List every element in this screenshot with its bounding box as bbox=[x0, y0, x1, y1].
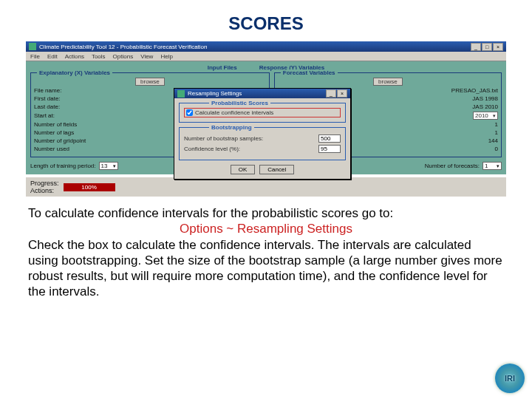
window-buttons: _ □ × bbox=[471, 43, 503, 51]
main-titlebar: Climate Predictability Tool 12 - Probabi… bbox=[26, 41, 506, 52]
tab-input-files[interactable]: Input Files bbox=[208, 64, 237, 71]
bootstrap-legend: Bootstrapping bbox=[209, 124, 254, 131]
forecast-panel-title: Forecast Variables bbox=[281, 69, 338, 76]
r-row2-val: JAS 2010 bbox=[472, 103, 498, 110]
r-start-dropdown[interactable]: 2010 bbox=[473, 112, 498, 120]
confidence-level-label: Confidence level (%): bbox=[184, 146, 318, 152]
num-forecasts-input[interactable]: 1 bbox=[482, 162, 502, 170]
calc-ci-label: Calculate confidence intervals bbox=[195, 109, 273, 116]
main-window-title: Climate Predictability Tool 12 - Probabi… bbox=[39, 44, 471, 50]
app-screenshot: Climate Predictability Tool 12 - Probabi… bbox=[26, 41, 506, 197]
caption-rest: Check the box to calculate the confidenc… bbox=[28, 238, 502, 299]
caption-text: To calculate confidence intervals for th… bbox=[28, 205, 504, 300]
resampling-settings-dialog: Resampling Settings _ × Probabilistic Sc… bbox=[174, 88, 351, 180]
slide-title: SCORES bbox=[0, 13, 532, 34]
actions-label: Actions: bbox=[30, 187, 59, 194]
dialog-title: Resampling Settings bbox=[188, 90, 326, 97]
dialog-titlebar: Resampling Settings _ × bbox=[174, 89, 350, 98]
menu-actions[interactable]: Actions bbox=[65, 53, 84, 60]
menubar: File Edit Actions Tools Options View Hel… bbox=[26, 52, 506, 61]
calc-ci-checkbox[interactable] bbox=[186, 109, 193, 116]
num-forecasts-label: Number of forecasts: bbox=[425, 163, 480, 169]
menu-view[interactable]: View bbox=[140, 53, 153, 60]
ok-button[interactable]: OK bbox=[231, 165, 256, 174]
r-row0-val: PRESAO_JAS.txt bbox=[451, 87, 498, 94]
caption-path: Options ~ Resampling Settings bbox=[180, 222, 352, 236]
probabilistic-scores-fieldset: Probabilistic Scores Calculate confidenc… bbox=[179, 103, 346, 123]
r-row6-val: 144 bbox=[476, 137, 498, 144]
menu-options[interactable]: Options bbox=[113, 53, 134, 60]
dialog-minimize-button[interactable]: _ bbox=[326, 89, 336, 98]
close-button[interactable]: × bbox=[493, 43, 503, 51]
cancel-button[interactable]: Cancel bbox=[259, 165, 294, 174]
training-period-label: Length of training period: bbox=[30, 163, 96, 169]
menu-tools[interactable]: Tools bbox=[92, 53, 106, 60]
minimize-button[interactable]: _ bbox=[471, 43, 481, 51]
prob-scores-legend: Probabilistic Scores bbox=[209, 100, 270, 106]
training-period-input[interactable]: 13 bbox=[99, 162, 118, 170]
bootstrap-samples-label: Number of bootstrap samples: bbox=[184, 135, 318, 142]
browse-button-right[interactable]: browse bbox=[373, 78, 403, 86]
progress-label: Progress: bbox=[30, 180, 59, 187]
explanatory-panel-title: Explanatory (X) Variables bbox=[37, 69, 112, 76]
iri-logo: IRI bbox=[495, 364, 525, 393]
app-body: Input Files Response (Y) Variables Expla… bbox=[26, 61, 506, 174]
calc-ci-row: Calculate confidence intervals bbox=[184, 108, 341, 117]
r-row5-val: 1 bbox=[476, 129, 498, 136]
confidence-level-input[interactable] bbox=[318, 145, 341, 153]
menu-help[interactable]: Help bbox=[160, 53, 172, 60]
dialog-close-button[interactable]: × bbox=[337, 89, 347, 98]
r-row7-val: 0 bbox=[476, 146, 498, 152]
bootstrapping-fieldset: Bootstrapping Number of bootstrap sample… bbox=[179, 127, 346, 160]
menu-edit[interactable]: Edit bbox=[47, 53, 58, 60]
browse-button-left[interactable]: browse bbox=[135, 78, 165, 86]
training-period-row: Length of training period: 13 bbox=[30, 162, 193, 170]
r-row4-val: 1 bbox=[476, 121, 498, 128]
num-forecasts-row: Number of forecasts: 1 bbox=[383, 162, 502, 170]
caption-line1: To calculate confidence intervals for th… bbox=[28, 206, 393, 220]
menu-file[interactable]: File bbox=[30, 53, 40, 60]
progress-bar: 100% bbox=[64, 183, 115, 191]
app-icon bbox=[29, 43, 36, 50]
dialog-icon bbox=[177, 90, 185, 98]
status-footer: Progress: Actions: 100% bbox=[26, 177, 506, 197]
maximize-button[interactable]: □ bbox=[482, 43, 492, 51]
r-row1-val: JAS 1998 bbox=[472, 95, 498, 102]
bootstrap-samples-input[interactable] bbox=[318, 134, 341, 143]
